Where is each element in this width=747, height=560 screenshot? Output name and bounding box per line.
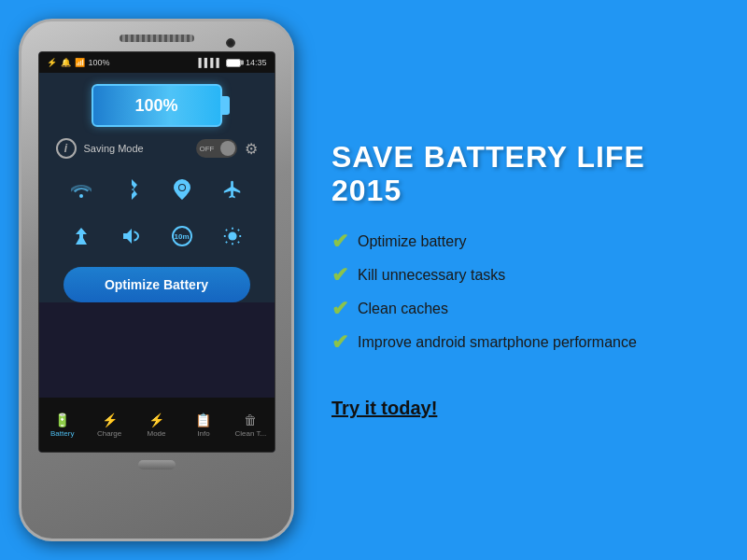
- cta-link[interactable]: Try it today!: [331, 398, 710, 419]
- status-right: ▌▌▌▌ 14:35: [198, 58, 266, 67]
- nav-battery[interactable]: 🔋 Battery: [39, 398, 86, 452]
- phone-speaker: [120, 35, 194, 42]
- phone-mockup: ⚡ 🔔 📶 100% ▌▌▌▌ 14:35 100%: [19, 19, 294, 541]
- wifi-icon[interactable]: [65, 174, 97, 205]
- phone-screen: ⚡ 🔔 📶 100% ▌▌▌▌ 14:35 100%: [38, 51, 275, 453]
- status-icons: ⚡ 🔔 📶 100%: [47, 58, 110, 67]
- usb-icon: ⚡: [47, 58, 57, 67]
- phone-home-button[interactable]: [138, 460, 176, 469]
- feature-3-text: Clean caches: [358, 301, 448, 317]
- phone-camera: [226, 38, 235, 48]
- signal-bars: ▌▌▌▌: [198, 58, 222, 67]
- app-title: SAVE BATTERY LIFE 2015: [331, 141, 710, 206]
- battery-nav-icon: 🔋: [54, 413, 70, 427]
- nav-battery-label: Battery: [50, 429, 74, 438]
- status-bar: ⚡ 🔔 📶 100% ▌▌▌▌ 14:35: [39, 52, 275, 73]
- clock: 14:35: [246, 58, 267, 67]
- bottom-nav: 🔋 Battery ⚡ Charge ⚡ Mode 📋 Info 🗑: [39, 398, 275, 452]
- svg-point-0: [179, 185, 185, 190]
- feature-4-text: Improve android smartphone performance: [358, 334, 637, 351]
- bluetooth-icon[interactable]: [116, 174, 148, 205]
- optimize-battery-button[interactable]: Optimize Battery: [63, 267, 250, 302]
- feature-2-text: Kill unnecessary tasks: [358, 267, 505, 284]
- app-content: 100% i Saving Mode OFF ⚙: [39, 73, 275, 302]
- checkmark-1-icon: ✔: [331, 230, 348, 254]
- checkmark-2-icon: ✔: [331, 263, 348, 287]
- nav-info-label: Info: [197, 429, 209, 438]
- data-icon: 📶: [75, 58, 85, 67]
- icon-row-1: [49, 170, 265, 209]
- checkmark-3-icon: ✔: [331, 297, 348, 321]
- toggle-knob: [220, 141, 235, 156]
- battery-percentage: 100%: [134, 96, 177, 116]
- feature-1-text: Optimize battery: [358, 233, 466, 250]
- brightness-icon[interactable]: [217, 220, 248, 252]
- mode-nav-icon: ⚡: [148, 413, 164, 427]
- airplane-icon[interactable]: [217, 174, 248, 205]
- nav-mode-label: Mode: [148, 429, 166, 438]
- clean-nav-icon: 🗑: [244, 413, 257, 427]
- charge-nav-icon: ⚡: [102, 413, 118, 427]
- feature-3: ✔ Clean caches: [331, 297, 710, 321]
- features-list: ✔ Optimize battery ✔ Kill unnecessary ta…: [331, 230, 710, 355]
- svg-point-1: [228, 231, 236, 240]
- nav-charge-label: Charge: [97, 429, 121, 438]
- feature-2: ✔ Kill unnecessary tasks: [331, 263, 710, 287]
- feature-1: ✔ Optimize battery: [331, 230, 710, 254]
- nav-mode[interactable]: ⚡ Mode: [133, 398, 179, 452]
- volume-icon[interactable]: [116, 220, 148, 252]
- toggle-label: OFF: [200, 145, 215, 153]
- feature-4: ✔ Improve android smartphone performance: [331, 330, 710, 355]
- nav-charge[interactable]: ⚡ Charge: [86, 398, 133, 452]
- battery-graphic: 100%: [92, 84, 222, 127]
- location-icon[interactable]: [166, 174, 198, 205]
- info-circle-icon: i: [56, 138, 77, 159]
- checkmark-4-icon: ✔: [331, 330, 348, 355]
- settings-gear-icon[interactable]: ⚙: [245, 140, 258, 158]
- notification-icon: 🔔: [61, 58, 71, 67]
- nav-info[interactable]: 📋 Info: [180, 398, 227, 452]
- right-panel: SAVE BATTERY LIFE 2015 ✔ Optimize batter…: [294, 141, 710, 418]
- saving-mode-row: i Saving Mode OFF ⚙: [49, 134, 265, 162]
- mini-battery-icon: [226, 59, 241, 67]
- icon-row-2: 10m: [49, 217, 265, 256]
- data-sync-icon[interactable]: [65, 220, 97, 252]
- info-nav-icon: 📋: [195, 413, 211, 427]
- timer-icon[interactable]: 10m: [166, 220, 198, 252]
- saving-mode-label: Saving Mode: [84, 143, 189, 154]
- battery-100-label: 100%: [89, 58, 110, 67]
- saving-mode-toggle[interactable]: OFF: [196, 139, 237, 158]
- nav-clean[interactable]: 🗑 Clean T...: [227, 398, 274, 452]
- phone-body: ⚡ 🔔 📶 100% ▌▌▌▌ 14:35 100%: [19, 19, 294, 541]
- nav-clean-label: Clean T...: [235, 429, 267, 438]
